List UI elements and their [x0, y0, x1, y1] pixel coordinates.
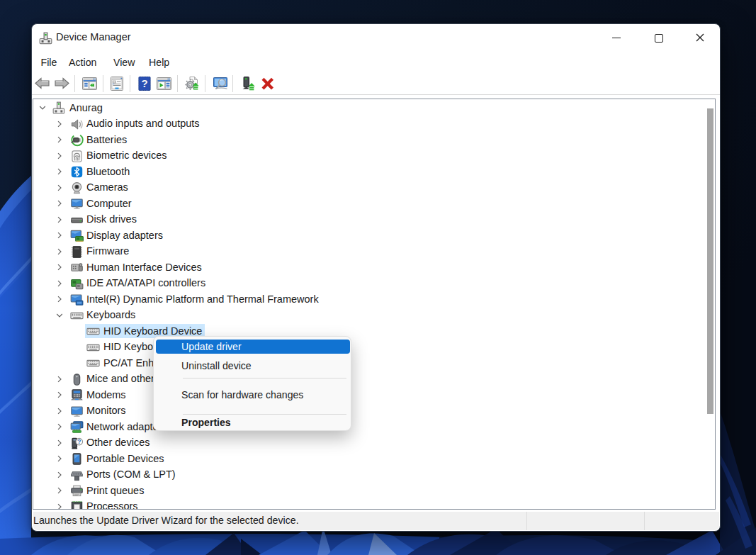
svg-text:?: ?	[77, 438, 81, 445]
svg-text:?: ?	[142, 77, 148, 89]
